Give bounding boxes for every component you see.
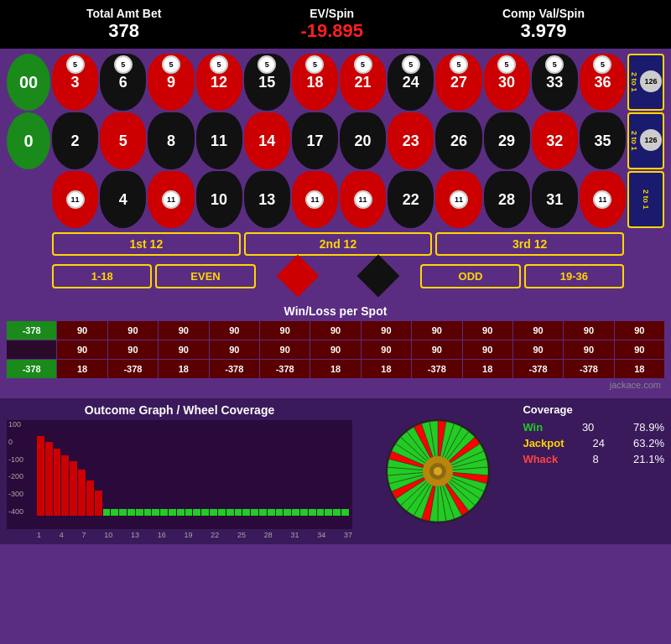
- bar: [37, 436, 44, 516]
- number-cell-11[interactable]: 11: [196, 112, 242, 169]
- wl-cell: 18: [615, 360, 664, 378]
- wl-cell: -378: [7, 321, 56, 340]
- number-col-6: 5 18 17 11 16: [292, 54, 338, 228]
- y-axis: 100 0 -100 -200 -300 -400: [8, 420, 23, 529]
- wl-row: -37818-37818-378-3781818-37818-378-37818: [7, 360, 664, 378]
- wl-cell: 18: [57, 360, 107, 378]
- bet-odd[interactable]: ODD: [420, 264, 520, 288]
- number-cell-15[interactable]: 5 15: [244, 54, 290, 111]
- wl-cell: 90: [260, 321, 309, 340]
- number-col-5: 5 15 14 13: [244, 54, 290, 228]
- second-dozen[interactable]: 2nd 12: [244, 232, 433, 256]
- bar: [70, 461, 77, 516]
- number-col-7: 5 21 20 11 19: [340, 54, 386, 228]
- number-col-11: 5 33 32 31: [532, 54, 578, 228]
- bar: [251, 509, 258, 516]
- bar: [341, 509, 349, 516]
- number-cell-26[interactable]: 26: [435, 112, 481, 169]
- jackace-label: jackace.com: [7, 380, 664, 390]
- number-cell-14[interactable]: 14: [244, 112, 290, 169]
- number-cell-8[interactable]: 8: [148, 112, 194, 169]
- number-cell-27[interactable]: 5 27: [435, 54, 481, 111]
- wl-cell: 18: [463, 360, 512, 378]
- whack-label: Whack: [523, 453, 558, 465]
- diamond-red[interactable]: [259, 261, 336, 291]
- first-dozen[interactable]: 1st 12: [52, 232, 241, 256]
- ev-spin-label: EV/Spin: [300, 7, 363, 20]
- number-cell-2[interactable]: 2: [52, 112, 98, 169]
- number-cell-20[interactable]: 20: [340, 112, 386, 169]
- number-cell-36[interactable]: 5 36: [580, 54, 626, 111]
- bar: [333, 509, 341, 516]
- side-column: 126 2 to 1 126 2 to 1 2 to 1: [627, 54, 664, 228]
- bet-1-18[interactable]: 1-18: [52, 264, 152, 288]
- wl-cell: -378: [7, 360, 56, 378]
- wl-row: -378909090909090909090909090: [7, 321, 664, 340]
- number-cell-19[interactable]: 11 19: [340, 171, 386, 228]
- wl-cell: -378: [564, 360, 613, 378]
- bar: [144, 509, 152, 516]
- side-bot-cell[interactable]: 2 to 1: [627, 171, 664, 228]
- bar: [152, 509, 159, 516]
- number-cell-24[interactable]: 5 24: [388, 54, 434, 111]
- number-cell-28[interactable]: 28: [484, 171, 530, 228]
- number-cell-4[interactable]: 4: [100, 171, 146, 228]
- number-cell-23[interactable]: 23: [388, 112, 434, 169]
- bar: [169, 509, 176, 516]
- bar: [226, 509, 234, 516]
- numbers-grid: 5 3 2 11 1 5 6 5 4: [52, 54, 626, 228]
- number-cell-29[interactable]: 29: [484, 112, 530, 169]
- wl-cell: 90: [57, 340, 107, 359]
- diamond-black[interactable]: [340, 261, 417, 291]
- bar: [160, 509, 168, 516]
- total-amt-bet-value: 378: [86, 20, 161, 42]
- number-cell-21[interactable]: 5 21: [340, 54, 386, 111]
- third-dozen[interactable]: 3rd 12: [435, 232, 624, 256]
- number-cell-17[interactable]: 17: [292, 112, 338, 169]
- wheel-hub-center: [434, 467, 442, 475]
- number-cell-3[interactable]: 5 3: [52, 54, 98, 111]
- bars-area: [37, 423, 349, 516]
- graph-container: Outcome Graph / Wheel Coverage 100 0 -10…: [7, 403, 352, 539]
- bet-even[interactable]: EVEN: [155, 264, 255, 288]
- number-cell-7[interactable]: 11 7: [148, 171, 194, 228]
- side-mid-cell[interactable]: 126 2 to 1: [627, 112, 664, 169]
- bet-19-36[interactable]: 19-36: [524, 264, 624, 288]
- double-zero-cell[interactable]: 00: [7, 54, 50, 111]
- bar: [309, 509, 316, 516]
- comp-val-spin: Comp Val/Spin 3.979: [502, 7, 585, 42]
- number-cell-18[interactable]: 5 18: [292, 54, 338, 111]
- number-cell-22[interactable]: 22: [388, 171, 434, 228]
- wl-cell: 90: [564, 340, 613, 359]
- ev-spin-value: -19.895: [300, 20, 363, 42]
- wl-cell: 90: [412, 321, 461, 340]
- number-cell-31[interactable]: 31: [532, 171, 578, 228]
- number-cell-30[interactable]: 5 30: [484, 54, 530, 111]
- number-cell-6[interactable]: 5 6: [100, 54, 146, 111]
- number-cell-33[interactable]: 5 33: [532, 54, 578, 111]
- number-col-10: 5 30 29 28: [484, 54, 530, 228]
- number-cell-16[interactable]: 11 16: [292, 171, 338, 228]
- number-cell-9[interactable]: 5 9: [148, 54, 194, 111]
- wl-cell: 18: [159, 360, 208, 378]
- bar: [127, 509, 135, 516]
- total-amt-bet: Total Amt Bet 378: [86, 7, 161, 42]
- number-cell-5[interactable]: 5: [100, 112, 146, 169]
- number-cell-12[interactable]: 5 12: [196, 54, 242, 111]
- number-cell-25[interactable]: 11 25: [435, 171, 481, 228]
- number-cell-13[interactable]: 13: [244, 171, 290, 228]
- whack-pct: 21.1%: [633, 453, 664, 465]
- zero-column: 00 0: [7, 54, 50, 228]
- bar: [103, 509, 111, 516]
- coverage-whack-row: Whack 8 21.1%: [523, 453, 664, 465]
- roulette-table: 00 0 5 3 2 11 1: [7, 54, 664, 293]
- number-cell-34[interactable]: 11 34: [580, 171, 626, 228]
- number-cell-35[interactable]: 35: [580, 112, 626, 169]
- number-cell-10[interactable]: 10: [196, 171, 242, 228]
- number-cell-1[interactable]: 11 1: [52, 171, 98, 228]
- number-cell-32[interactable]: 32: [532, 112, 578, 169]
- side-top-cell[interactable]: 126 2 to 1: [627, 54, 664, 111]
- wl-cell: [7, 340, 56, 359]
- zero-cell[interactable]: 0: [7, 112, 50, 169]
- wl-cell: 90: [564, 321, 613, 340]
